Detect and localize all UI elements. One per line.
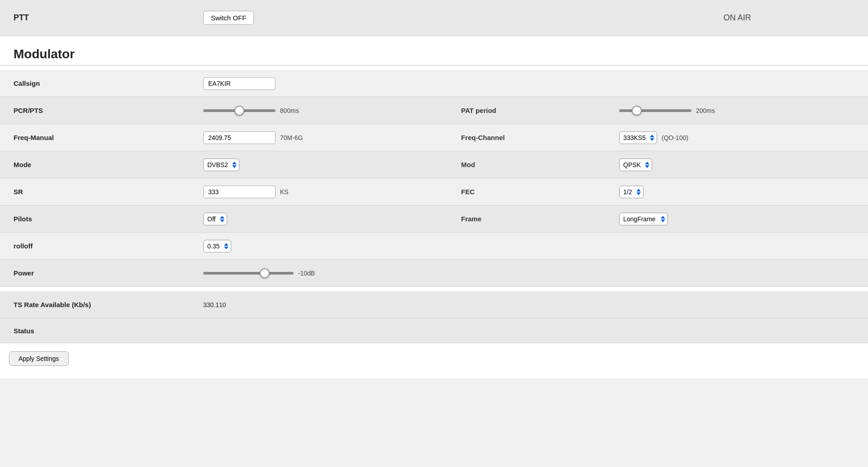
mode-value: DVBS2 DVBS	[194, 159, 452, 171]
ptt-switch-area: Switch OFF	[194, 11, 710, 25]
freq-channel-select[interactable]: 333KS5 333KS6	[619, 131, 657, 144]
apply-settings-button[interactable]: Apply Settings	[9, 351, 69, 366]
callsign-input[interactable]	[203, 77, 275, 90]
freq-manual-input[interactable]	[203, 131, 275, 144]
freq-channel-value: 333KS5 333KS6 (QO-100)	[610, 131, 868, 144]
sr-unit: KS	[280, 188, 289, 196]
switch-off-button[interactable]: Switch OFF	[203, 11, 254, 25]
callsign-row: Callsign	[0, 70, 868, 97]
pilots-row: Pilots Off On Frame LongFrame ShortFrame	[0, 205, 868, 233]
pcrpts-label: PCR/PTS	[0, 107, 194, 114]
mod-value: QPSK 8PSK	[610, 159, 868, 171]
freq-manual-unit: 70M-6G	[280, 134, 303, 141]
callsign-value	[194, 77, 868, 90]
status-label: Status	[0, 327, 194, 335]
ts-rate-value: 330.110	[194, 301, 868, 308]
rolloff-value: 0.35 0.25 0.20	[194, 240, 452, 252]
callsign-label: Callsign	[0, 79, 194, 87]
sr-label: SR	[0, 188, 194, 196]
ts-rate-row: TS Rate Available (Kb/s) 330.110	[0, 291, 868, 318]
mode-label: Mode	[0, 161, 194, 168]
onair-label: ON AIR	[710, 13, 868, 23]
freq-channel-label: Freq-Channel	[452, 134, 610, 141]
sr-row: SR KS FEC 1/2 2/3 3/4 5/6 7/8	[0, 178, 868, 205]
modulator-body: Callsign PCR/PTS 800ms PAT period 200ms …	[0, 65, 868, 291]
ptt-label: PTT	[0, 13, 194, 23]
rolloff-row: rolloff 0.35 0.25 0.20	[0, 233, 868, 260]
pcrpts-value: 800ms	[194, 107, 452, 114]
pat-period-unit: 200ms	[696, 107, 715, 114]
freq-channel-unit: (QO-100)	[662, 134, 688, 141]
sr-value: KS	[194, 186, 452, 198]
fec-label: FEC	[452, 188, 610, 196]
power-row: Power -10dB	[0, 260, 868, 287]
pat-period-slider[interactable]	[619, 109, 691, 112]
pilots-label: Pilots	[0, 215, 194, 223]
mode-row: Mode DVBS2 DVBS Mod QPSK 8PSK	[0, 151, 868, 178]
apply-settings-area: Apply Settings	[0, 343, 868, 374]
pcrpts-slider[interactable]	[203, 109, 275, 112]
fec-select[interactable]: 1/2 2/3 3/4 5/6 7/8	[619, 186, 644, 198]
frame-select[interactable]: LongFrame ShortFrame	[619, 213, 668, 225]
pilots-select[interactable]: Off On	[203, 213, 227, 225]
mode-select[interactable]: DVBS2 DVBS	[203, 159, 239, 171]
mod-label: Mod	[452, 161, 610, 168]
mod-select[interactable]: QPSK 8PSK	[619, 159, 652, 171]
pat-period-label: PAT period	[452, 107, 610, 114]
frame-value: LongFrame ShortFrame	[610, 213, 868, 225]
freq-manual-label: Freq-Manual	[0, 134, 194, 141]
freq-manual-row: Freq-Manual 70M-6G Freq-Channel 333KS5 3…	[0, 124, 868, 151]
freq-manual-value: 70M-6G	[194, 131, 452, 144]
power-value: -10dB	[194, 270, 868, 277]
pilots-value: Off On	[194, 213, 452, 225]
status-row: Status	[0, 318, 868, 343]
power-unit: -10dB	[298, 270, 315, 277]
fec-value: 1/2 2/3 3/4 5/6 7/8	[610, 186, 868, 198]
frame-label: Frame	[452, 215, 610, 223]
pcrpts-row: PCR/PTS 800ms PAT period 200ms	[0, 97, 868, 124]
ptt-row: PTT Switch OFF ON AIR	[0, 0, 868, 36]
rolloff-label: rolloff	[0, 242, 194, 250]
ts-rate-label: TS Rate Available (Kb/s)	[0, 301, 194, 308]
power-label: Power	[0, 269, 194, 277]
modulator-section: Modulator	[0, 36, 868, 65]
pcrpts-unit: 800ms	[280, 107, 299, 114]
sr-input[interactable]	[203, 186, 275, 198]
power-slider[interactable]	[203, 272, 294, 275]
rolloff-select[interactable]: 0.35 0.25 0.20	[203, 240, 231, 252]
bottom-area: TS Rate Available (Kb/s) 330.110 Status …	[0, 291, 868, 378]
pat-period-value: 200ms	[610, 107, 868, 114]
modulator-title: Modulator	[0, 36, 868, 65]
ts-rate-number: 330.110	[203, 301, 226, 308]
